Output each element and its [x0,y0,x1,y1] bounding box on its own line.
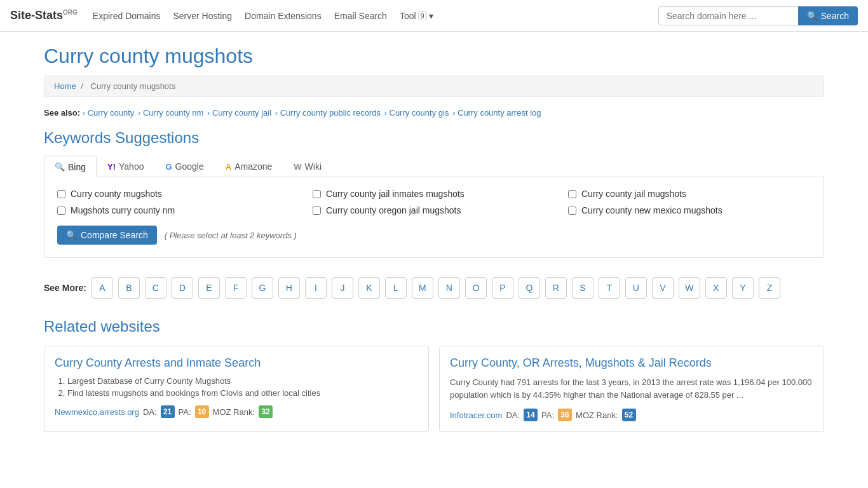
compare-row: 🔍 Compare Search ( Please select at leas… [57,226,811,245]
keyword-item-5[interactable]: Curry county new mexico mugshots [568,205,811,215]
letter-l[interactable]: L [385,277,407,299]
related-section-title: Related websites [44,318,824,336]
navbar: Site-StatsORG Expired Domains Server Hos… [0,0,868,32]
letter-f[interactable]: F [225,277,247,299]
letter-q[interactable]: Q [519,277,540,299]
nav-expired-domains[interactable]: Expired Domains [93,11,161,21]
letter-c[interactable]: C [145,277,166,299]
tab-bing-label: Bing [68,162,86,172]
keywords-section-title: Keywords Suggestions [44,129,824,147]
letter-d[interactable]: D [172,277,193,299]
letter-t[interactable]: T [599,277,620,299]
letter-n[interactable]: N [438,277,460,299]
related-card-meta-0: Newmexico.arrests.org DA: 21 PA: 10 MOZ … [55,405,418,418]
letter-v[interactable]: V [652,277,674,299]
breadcrumb-home[interactable]: Home [54,81,76,91]
letter-o[interactable]: O [465,277,487,299]
nav-server-hosting[interactable]: Server Hosting [173,11,232,21]
search-button-label: Search [821,11,849,21]
related-card-title-1[interactable]: Curry County, OR Arrests, Mugshots & Jai… [450,356,813,370]
page-title: Curry county mugshots [44,44,824,68]
related-card-1: Curry County, OR Arrests, Mugshots & Jai… [439,346,824,432]
keywords-grid: Curry county mugshots Curry county jail … [57,189,811,215]
letter-m[interactable]: M [412,277,433,299]
see-also: See also: › Curry county › Curry county … [44,108,824,118]
tab-wiki[interactable]: W Wiki [283,156,332,177]
letter-k[interactable]: K [358,277,380,299]
letter-w[interactable]: W [679,277,700,299]
tab-bing[interactable]: 🔍 Bing [44,156,97,177]
letter-h[interactable]: H [278,277,300,299]
letter-i[interactable]: I [305,277,327,299]
tab-wiki-label: Wiki [305,161,322,172]
compare-button-label: Compare Search [81,230,148,240]
related-grid: Curry County Arrests and Inmate Search L… [44,346,824,432]
letter-a[interactable]: A [92,277,113,299]
search-input[interactable] [658,6,798,25]
letter-j[interactable]: J [332,277,353,299]
letter-y[interactable]: Y [732,277,754,299]
compare-button[interactable]: 🔍 Compare Search [57,226,157,245]
related-card-pa-label-1: PA: [541,410,554,420]
nav-email-search[interactable]: Email Search [334,11,387,21]
keyword-checkbox-1[interactable] [313,190,321,198]
related-card-pa-label-0: PA: [179,407,191,417]
keyword-checkbox-2[interactable] [568,190,576,198]
keyword-checkbox-5[interactable] [568,207,576,215]
compare-hint: ( Please select at least 2 keywords ) [165,231,297,240]
keyword-item-2[interactable]: Curry county jail mugshots [568,189,811,199]
related-card-moz-value-0: 32 [259,405,273,418]
nav-links: Expired Domains Server Hosting Domain Ex… [93,11,643,21]
related-card-da-value-0: 21 [161,405,175,418]
breadcrumb: Home / Curry county mugshots [44,76,824,97]
keyword-label-3: Mugshots curry county nm [71,205,175,215]
see-also-link-1[interactable]: › Curry county nm [138,108,203,118]
keyword-item-0[interactable]: Curry county mugshots [57,189,300,199]
keyword-checkbox-4[interactable] [313,207,321,215]
tab-google-label: Google [175,161,204,172]
see-also-link-3[interactable]: › Curry county public records [275,108,381,118]
keyword-item-1[interactable]: Curry county jail inmates mugshots [313,189,555,199]
letter-r[interactable]: R [545,277,567,299]
keyword-checkbox-3[interactable] [57,207,65,215]
keyword-label-4: Curry county oregon jail mugshots [326,205,461,215]
keyword-item-3[interactable]: Mugshots curry county nm [57,205,300,215]
nav-domain-extensions[interactable]: Domain Extensions [245,11,322,21]
brand-name: Site-Stats [10,9,63,22]
tab-google[interactable]: G Google [154,156,214,177]
letter-u[interactable]: U [625,277,647,299]
amazon-icon: A [226,162,231,172]
related-card-desc-1: Curry County had 791 arrests for the las… [450,376,813,401]
related-card-pa-value-1: 36 [558,409,572,421]
nav-tool-badge: 9 [418,11,427,20]
tab-amazon[interactable]: A Amazone [215,156,283,177]
see-also-link-5[interactable]: › Curry county arrest log [452,108,541,118]
keyword-item-4[interactable]: Curry county oregon jail mugshots [313,205,555,215]
see-also-link-0[interactable]: › Curry county [83,108,135,118]
see-more-label: See More: [44,283,86,293]
keyword-label-5: Curry county new mexico mugshots [581,205,722,215]
related-card-da-label-1: DA: [506,410,520,420]
letter-g[interactable]: G [252,277,273,299]
keyword-tabs: 🔍 Bing Y! Yahoo G Google A Amazone W Wik… [44,156,824,177]
brand-logo[interactable]: Site-StatsORG [10,9,78,22]
related-card-meta-1: Infotracer.com DA: 14 PA: 36 MOZ Rank: 5… [450,409,813,421]
letter-e[interactable]: E [198,277,220,299]
related-card-url-0[interactable]: Newmexico.arrests.org [55,407,139,417]
tab-yahoo[interactable]: Y! Yahoo [97,156,154,177]
see-also-link-4[interactable]: › Curry county gis [384,108,449,118]
keyword-checkbox-0[interactable] [57,190,65,198]
wiki-icon: W [294,162,301,172]
letter-s[interactable]: S [572,277,593,299]
related-card-url-1[interactable]: Infotracer.com [450,410,502,420]
letter-x[interactable]: X [705,277,727,299]
related-card-title-0[interactable]: Curry County Arrests and Inmate Search [55,356,418,370]
letter-z[interactable]: Z [759,277,780,299]
letter-p[interactable]: P [492,277,513,299]
nav-tool[interactable]: Tool 9 ▾ [400,11,433,21]
search-button[interactable]: 🔍 Search [798,6,858,25]
main-content: Curry county mugshots Home / Curry count… [34,32,834,445]
letter-b[interactable]: B [118,277,140,299]
see-also-link-2[interactable]: › Curry county jail [207,108,271,118]
breadcrumb-current: Curry county mugshots [91,81,176,91]
